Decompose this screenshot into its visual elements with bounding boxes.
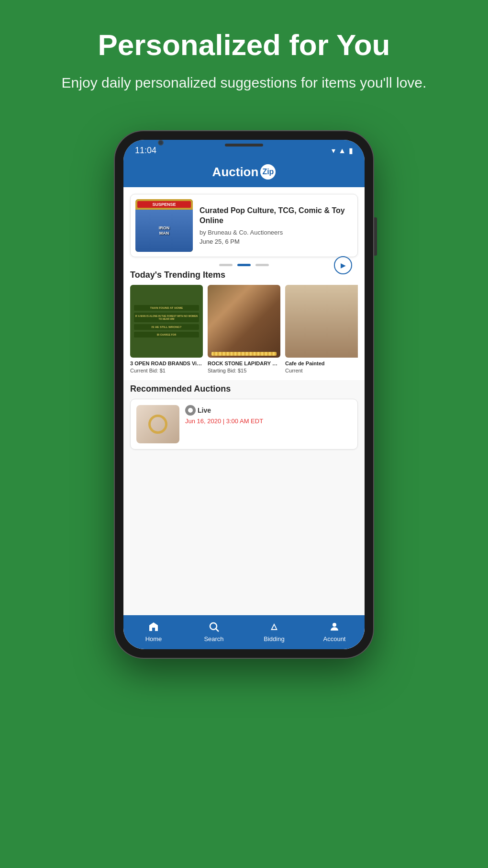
recommended-auction-image bbox=[136, 405, 179, 443]
nav-item-search[interactable]: Search bbox=[184, 620, 244, 643]
trending-image-3 bbox=[285, 285, 358, 358]
trending-image-2 bbox=[208, 285, 280, 358]
trending-image-1: THAN FOUND AT HOME IF A MAN IS ALONE IN … bbox=[130, 285, 203, 358]
status-time: 11:04 bbox=[135, 146, 156, 156]
carousel-dot-1[interactable] bbox=[219, 264, 233, 266]
wifi-icon: ▾ bbox=[332, 146, 335, 155]
svg-point-0 bbox=[152, 624, 155, 627]
comic-title-text: SUSPENSE bbox=[137, 201, 191, 208]
ruler-visual bbox=[211, 352, 277, 356]
comic-cover: SUSPENSE IRONMAN bbox=[135, 199, 193, 252]
nav-account-label: Account bbox=[323, 635, 346, 643]
featured-auction-title: Curated Pop Culture, TCG, Comic & Toy On… bbox=[200, 206, 353, 226]
carousel-play-button[interactable]: ▶ bbox=[334, 256, 352, 274]
sign-strip-4: $5 CHARGE FOR bbox=[134, 332, 199, 338]
recommended-section: Recommended Auctions bbox=[123, 380, 365, 615]
trending-items-row: THAN FOUND AT HOME IF A MAN IS ALONE IN … bbox=[123, 285, 365, 380]
hero-title: Personalized for You bbox=[38, 29, 450, 61]
app-zip-badge: Zip bbox=[260, 164, 276, 180]
recommended-auction-date: Jun 16, 2020 | 3:00 AM EDT bbox=[185, 417, 352, 425]
trending-item-3[interactable]: Cafe de Painted Current bbox=[285, 285, 358, 373]
live-icon-inner bbox=[188, 408, 193, 413]
svg-line-2 bbox=[216, 629, 219, 632]
account-icon bbox=[328, 620, 341, 633]
recommended-auction-card[interactable]: Live Jun 16, 2020 | 3:00 AM EDT bbox=[130, 399, 358, 450]
recommended-auction-info: Live Jun 16, 2020 | 3:00 AM EDT bbox=[185, 405, 352, 443]
trending-item-2[interactable]: ROCK STONE LAPIDARY SPECIMEN Starting Bi… bbox=[208, 285, 280, 373]
screen-content: SUSPENSE IRONMAN Curated Pop Culture, TC… bbox=[123, 187, 365, 649]
nav-home-label: Home bbox=[145, 635, 162, 643]
featured-auction-by: by Bruneau & Co. Auctioneers bbox=[200, 229, 353, 236]
carousel-controls: ▶ bbox=[123, 264, 365, 266]
cafe-visual bbox=[285, 285, 358, 358]
nav-bidding-label: Bidding bbox=[264, 635, 284, 643]
carousel-dot-2[interactable] bbox=[237, 264, 251, 266]
featured-auction-image: SUSPENSE IRONMAN bbox=[135, 199, 193, 252]
app-header: Auction Zip bbox=[123, 159, 365, 187]
trending-item-3-bid: Current bbox=[285, 368, 358, 373]
nav-search-label: Search bbox=[204, 635, 223, 643]
trending-section-title: Today's Trending Items bbox=[123, 266, 365, 285]
live-badge: Live bbox=[185, 405, 352, 416]
ring-circle bbox=[148, 415, 167, 434]
app-name-text: Auction bbox=[212, 165, 259, 180]
hero-subtitle: Enjoy daily personalized suggestions for… bbox=[38, 73, 450, 93]
phone-screen: 11:04 ▾ ▲ ▮ Auction Zip bbox=[123, 140, 365, 649]
live-icon bbox=[185, 405, 196, 416]
phone-outer: 11:04 ▾ ▲ ▮ Auction Zip bbox=[115, 131, 373, 658]
app-logo: Auction Zip bbox=[212, 164, 276, 180]
hero-section: Personalized for You Enjoy daily persona… bbox=[0, 0, 488, 112]
sign-strip-2: IF A MAN IS ALONE IN THE FOREST WITH NO … bbox=[134, 313, 199, 322]
signal-icon: ▲ bbox=[338, 147, 346, 155]
metal-signs-visual: THAN FOUND AT HOME IF A MAN IS ALONE IN … bbox=[130, 285, 203, 358]
nav-item-home[interactable]: Home bbox=[123, 620, 184, 643]
trending-item-2-bid: Starting Bid: $15 bbox=[208, 368, 280, 373]
rings-visual bbox=[136, 405, 179, 443]
svg-point-1 bbox=[210, 623, 217, 630]
trending-item-2-name: ROCK STONE LAPIDARY SPECIMEN bbox=[208, 361, 280, 367]
carousel-dot-3[interactable] bbox=[255, 264, 269, 266]
trending-item-1-bid: Current Bid: $1 bbox=[130, 368, 203, 373]
trending-item-1-name: 3 OPEN ROAD BRANDS Vintage Style Metal S… bbox=[130, 361, 203, 367]
trending-item-3-name: Cafe de Painted bbox=[285, 361, 358, 367]
nav-item-account[interactable]: Account bbox=[304, 620, 365, 643]
rock-visual bbox=[208, 285, 280, 358]
recommended-section-title: Recommended Auctions bbox=[123, 380, 365, 399]
featured-auction-card[interactable]: SUSPENSE IRONMAN Curated Pop Culture, TC… bbox=[130, 194, 358, 257]
home-icon bbox=[147, 620, 160, 633]
svg-point-3 bbox=[333, 623, 336, 627]
search-icon bbox=[207, 620, 221, 633]
battery-icon: ▮ bbox=[349, 146, 353, 155]
sign-strip-3: IS HE STILL WRONG? bbox=[134, 324, 199, 330]
phone-mockup: 11:04 ▾ ▲ ▮ Auction Zip bbox=[115, 131, 373, 658]
bottom-nav: Home Search bbox=[123, 615, 365, 649]
bidding-icon bbox=[267, 620, 281, 633]
comic-body: IRONMAN bbox=[135, 210, 193, 252]
nav-item-bidding[interactable]: Bidding bbox=[244, 620, 304, 643]
phone-speaker bbox=[225, 144, 263, 147]
featured-auction-info: Curated Pop Culture, TCG, Comic & Toy On… bbox=[200, 206, 353, 245]
status-icons: ▾ ▲ ▮ bbox=[332, 146, 353, 155]
featured-auction-date: June 25, 6 PM bbox=[200, 238, 353, 245]
trending-item-1[interactable]: THAN FOUND AT HOME IF A MAN IS ALONE IN … bbox=[130, 285, 203, 373]
sign-strip-1: THAN FOUND AT HOME bbox=[134, 305, 199, 311]
live-label: Live bbox=[198, 406, 211, 414]
